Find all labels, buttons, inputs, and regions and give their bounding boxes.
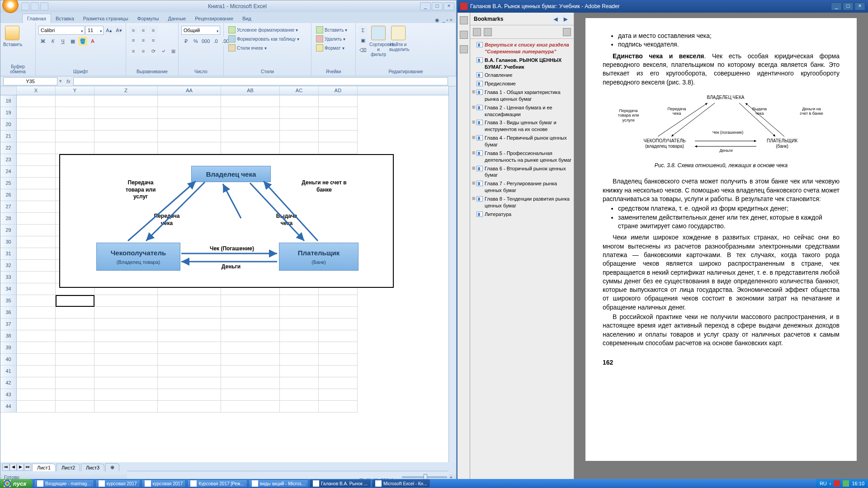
cell[interactable] [319,377,358,389]
cell[interactable] [17,342,56,354]
bookmark-item[interactable]: ⊞Глава 8 - Тенденции развития рынка ценн… [471,195,573,210]
cell[interactable] [221,401,280,413]
cell[interactable] [158,354,221,366]
cell[interactable] [319,295,358,307]
cell[interactable] [280,119,319,131]
start-button[interactable]: пуск [0,479,33,488]
bookmarks-panel-icon[interactable] [460,31,468,39]
close-button[interactable]: × [443,2,454,10]
cell[interactable] [158,142,221,154]
indent-dec-icon[interactable]: ≡ [129,47,138,56]
tab-layout[interactable]: Разметка страницы [79,14,133,23]
attachments-icon[interactable] [460,45,468,53]
clear-icon[interactable]: ⌫ [359,46,368,55]
cell[interactable] [17,283,56,295]
row-header[interactable]: 42 [0,377,17,389]
col-header[interactable]: AA [158,86,221,95]
row-header[interactable]: 25 [0,178,17,189]
inc-decimal-icon[interactable]: .0 [211,37,220,46]
cell[interactable] [158,295,221,307]
wrap-icon[interactable]: ⤶ [159,47,168,56]
cell[interactable] [56,95,94,107]
tab-insert[interactable]: Вставка [51,14,79,23]
bookmarks-list[interactable]: Вернуться к списку книг раздела "Совреме… [470,39,574,479]
delete-cells-button[interactable]: Удалить ▾ [314,35,349,43]
col-header[interactable]: AC [280,86,319,95]
col-header[interactable]: AD [319,86,358,95]
cell[interactable] [17,354,56,366]
cell[interactable] [94,142,158,154]
taskbar-item[interactable]: Галанов В.А. Рынок ... [310,479,371,488]
cell[interactable] [221,119,280,131]
cell[interactable] [221,107,280,119]
cell[interactable] [94,319,158,330]
cell[interactable] [94,354,158,366]
row-header[interactable]: 40 [0,354,17,366]
bookmark-item[interactable]: ⊞Глава 4 - Первичный рынок ценных бумаг [471,134,573,149]
fx-icon[interactable]: fx [66,79,71,84]
font-size-combo[interactable]: 11 [85,26,104,35]
cell[interactable] [280,95,319,107]
reader-close[interactable]: × [854,2,865,10]
system-tray[interactable]: RU ‹ 16:10 [816,479,868,488]
bookmark-item[interactable]: ⊞Глава 5 - Профессиональная деятельность… [471,149,573,164]
cell[interactable] [17,330,56,342]
cell[interactable] [17,236,56,248]
row-header[interactable]: 33 [0,272,17,283]
cell[interactable] [221,389,280,401]
row-header[interactable]: 31 [0,248,17,260]
taskbar-item[interactable]: Входящие - marinag... [34,479,94,488]
row-header[interactable]: 21 [0,131,17,142]
format-table-button[interactable]: Форматировать как таблицу ▾ [226,35,301,43]
row-header[interactable]: 28 [0,213,17,225]
tray-arrow-icon[interactable]: ‹ [830,481,831,486]
cell[interactable] [280,401,319,413]
cell[interactable] [221,295,280,307]
cell[interactable] [221,354,280,366]
cell[interactable] [17,366,56,377]
shape-payer[interactable]: Плательщик(Банк) [279,243,359,271]
cell[interactable] [17,248,56,260]
sheet-nav-first[interactable]: ⏮ [2,464,9,471]
cell[interactable] [280,107,319,119]
cell[interactable] [158,377,221,389]
cell[interactable] [280,389,319,401]
insert-cells-button[interactable]: Вставить ▾ [314,26,349,34]
tab-formulas[interactable]: Формулы [133,14,164,23]
cell[interactable] [319,401,358,413]
cell[interactable] [56,131,94,142]
new-sheet-button[interactable]: ⊕ [105,463,119,471]
row-header[interactable]: 37 [0,319,17,330]
row-header[interactable]: 32 [0,260,17,272]
sheet-nav-next[interactable]: ▶ [17,464,24,471]
fill-icon[interactable]: ▣ [359,36,368,45]
tab-view[interactable]: Вид [238,14,256,23]
cell[interactable] [94,342,158,354]
taskbar-item[interactable]: Курсовая 2017 [Реж... [187,479,247,488]
cell[interactable] [17,389,56,401]
tab-review[interactable]: Рецензирование [190,14,238,23]
row-header[interactable]: 22 [0,142,17,154]
cell[interactable] [221,366,280,377]
cell[interactable] [94,330,158,342]
cell[interactable] [319,319,358,330]
pages-panel-icon[interactable] [460,16,468,24]
cell[interactable] [319,330,358,342]
cell[interactable] [56,401,94,413]
cell[interactable] [94,119,158,131]
row-header[interactable]: 44 [0,401,17,413]
cell[interactable] [221,377,280,389]
help-icon[interactable]: ◉ [435,17,439,23]
cell[interactable] [17,119,56,131]
cell[interactable] [280,342,319,354]
select-all-corner[interactable] [0,86,17,95]
ribbon-min-icon[interactable]: _ ▫ × [442,17,453,23]
cell[interactable] [17,131,56,142]
cell[interactable] [17,142,56,154]
bm-new-icon[interactable] [473,28,481,36]
row-header[interactable]: 19 [0,107,17,119]
cell[interactable] [17,377,56,389]
row-header[interactable]: 30 [0,236,17,248]
cell[interactable] [280,142,319,154]
reader-maximize[interactable]: □ [843,2,854,10]
